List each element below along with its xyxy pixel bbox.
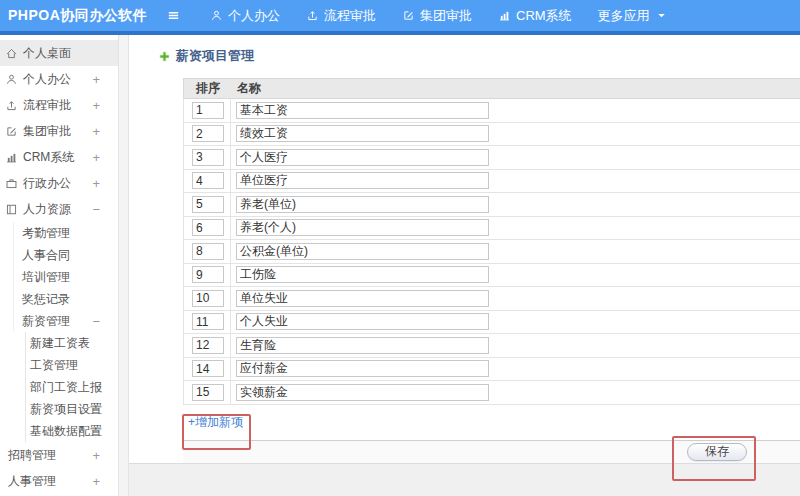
table-row <box>183 146 800 170</box>
sidebar-item[interactable]: 人事管理+ <box>0 468 118 494</box>
table-row <box>183 311 800 335</box>
compose-icon <box>402 9 415 22</box>
expand-icon[interactable]: + <box>92 124 100 139</box>
name-input[interactable] <box>236 290 489 307</box>
order-input[interactable] <box>192 337 224 354</box>
name-input[interactable] <box>236 266 489 283</box>
order-input[interactable] <box>192 102 224 119</box>
sidebar-scrollbar[interactable] <box>118 35 129 496</box>
content-panel: 薪资项目管理 排序 名称 +增加新项 保存 <box>129 35 800 464</box>
flow-icon <box>306 9 319 22</box>
name-input[interactable] <box>236 360 489 377</box>
table-row <box>183 170 800 194</box>
sidebar-item[interactable]: 流程审批+ <box>0 92 118 118</box>
sidebar-item[interactable]: 人事合同 <box>0 244 118 266</box>
app-window: PHPOA协同办公软件 个人办公流程审批集团审批CRM系统更多应用 个人桌面个人… <box>0 0 800 496</box>
sidebar-item[interactable]: CRM系统+ <box>0 144 118 170</box>
order-input[interactable] <box>192 219 224 236</box>
sidebar-item[interactable]: 个人办公+ <box>0 66 118 92</box>
order-input[interactable] <box>192 290 224 307</box>
expand-icon[interactable]: + <box>92 474 100 489</box>
order-input[interactable] <box>192 360 224 377</box>
sidebar-item[interactable]: 集团审批+ <box>0 118 118 144</box>
order-input[interactable] <box>192 313 224 330</box>
topbar-nav: 个人办公流程审批集团审批CRM系统更多应用 <box>197 7 681 25</box>
nav-item[interactable]: 个人办公 <box>197 7 293 25</box>
name-input[interactable] <box>236 196 489 213</box>
name-input[interactable] <box>236 102 489 119</box>
sidebar-item[interactable]: 工资管理 <box>0 354 118 376</box>
sidebar-item[interactable]: 新建工资表 <box>0 332 118 354</box>
save-button[interactable]: 保存 <box>687 443 747 461</box>
table-row <box>183 381 800 405</box>
order-input[interactable] <box>192 266 224 283</box>
order-input[interactable] <box>192 149 224 166</box>
flow-icon <box>5 99 18 112</box>
salary-items-table: 排序 名称 +增加新项 保存 <box>183 78 800 463</box>
nav-item-label: 集团审批 <box>420 7 472 25</box>
sidebar-item-label: 人事合同 <box>22 247 70 264</box>
page-title: 薪资项目管理 <box>158 47 254 65</box>
table-row <box>183 217 800 241</box>
name-input[interactable] <box>236 219 489 236</box>
sidebar-item[interactable]: 薪资项目设置 <box>0 398 118 420</box>
nav-item[interactable]: 流程审批 <box>293 7 389 25</box>
name-input[interactable] <box>236 125 489 142</box>
sidebar-item[interactable]: 招聘管理+ <box>0 442 118 468</box>
sidebar-item-label: 行政办公 <box>23 175 71 192</box>
name-input[interactable] <box>236 172 489 189</box>
table-header: 排序 名称 <box>183 78 800 99</box>
sidebar-item-label: 集团审批 <box>23 123 71 140</box>
name-input[interactable] <box>236 384 489 401</box>
table-footer: 保存 <box>183 441 800 463</box>
nav-item-label: 流程审批 <box>324 7 376 25</box>
nav-item-label: 个人办公 <box>228 7 280 25</box>
sidebar-item[interactable]: 薪资管理− <box>0 310 118 332</box>
expand-icon[interactable]: + <box>92 448 100 463</box>
caret-down-icon <box>655 9 668 22</box>
table-row <box>183 123 800 147</box>
order-input[interactable] <box>192 384 224 401</box>
sidebar-item[interactable]: 培训管理 <box>0 266 118 288</box>
sidebar-item[interactable]: 部门工资上报 <box>0 376 118 398</box>
collapse-icon[interactable]: − <box>92 202 100 217</box>
hr-icon <box>5 203 18 216</box>
sidebar-item-label: 工资管理 <box>30 357 78 374</box>
sidebar-item-label: 新建工资表 <box>30 335 90 352</box>
expand-icon[interactable]: + <box>92 150 100 165</box>
add-item-link[interactable]: +增加新项 <box>188 414 243 431</box>
order-input[interactable] <box>192 172 224 189</box>
order-input[interactable] <box>192 125 224 142</box>
sidebar-item[interactable]: 奖惩记录 <box>0 288 118 310</box>
nav-item[interactable]: 更多应用 <box>585 7 681 25</box>
sidebar-item-label: 奖惩记录 <box>22 291 70 308</box>
order-input[interactable] <box>192 243 224 260</box>
person-icon <box>210 9 223 22</box>
page-title-label: 薪资项目管理 <box>176 47 254 65</box>
name-input[interactable] <box>236 337 489 354</box>
nav-item[interactable]: CRM系统 <box>485 7 585 25</box>
table-row <box>183 193 800 217</box>
expand-icon[interactable]: + <box>92 98 100 113</box>
expand-icon[interactable]: + <box>92 72 100 87</box>
sidebar-item[interactable]: 行政办公+ <box>0 170 118 196</box>
sidebar-item[interactable]: 人力资源− <box>0 196 118 222</box>
sidebar-item[interactable]: 个人桌面 <box>0 40 118 66</box>
name-input[interactable] <box>236 149 489 166</box>
hamburger-icon[interactable] <box>163 6 183 26</box>
order-input[interactable] <box>192 196 224 213</box>
sidebar-item-label: 个人桌面 <box>23 45 71 62</box>
sidebar-item-label: 招聘管理 <box>8 447 56 464</box>
topbar: PHPOA协同办公软件 个人办公流程审批集团审批CRM系统更多应用 <box>0 0 800 35</box>
sidebar-item-label: 部门工资上报 <box>30 379 102 396</box>
sidebar-item[interactable]: 基础数据配置 <box>0 420 118 442</box>
sidebar-item-label: 薪资项目设置 <box>30 401 102 418</box>
nav-item[interactable]: 集团审批 <box>389 7 485 25</box>
sidebar-item-label: 流程审批 <box>23 97 71 114</box>
expand-icon[interactable]: + <box>92 176 100 191</box>
sidebar-item-label: 基础数据配置 <box>30 423 102 440</box>
sidebar-item[interactable]: 考勤管理 <box>0 222 118 244</box>
name-input[interactable] <box>236 243 489 260</box>
collapse-icon[interactable]: − <box>92 314 100 329</box>
name-input[interactable] <box>236 313 489 330</box>
